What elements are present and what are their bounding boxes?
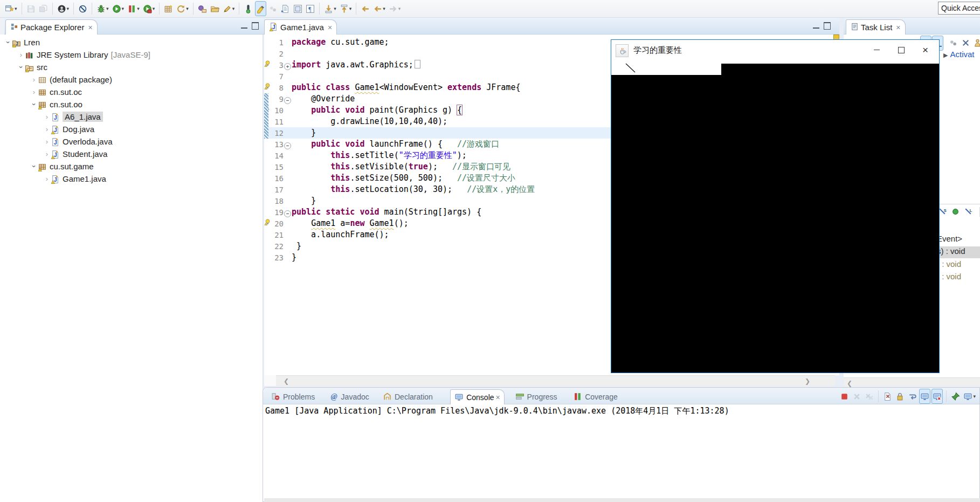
user-avatar-icon[interactable]: ▾ <box>56 2 71 16</box>
new-wizard-icon[interactable]: ▾ <box>4 2 18 16</box>
pin-console-icon[interactable] <box>950 389 961 403</box>
save-icon[interactable] <box>25 2 37 16</box>
tree-item-cu-sut-game[interactable]: ›cu.sut.game <box>30 160 94 173</box>
console-tab-progress[interactable]: Progress <box>512 389 561 404</box>
close-icon[interactable]: × <box>88 23 92 32</box>
person-icon[interactable] <box>972 36 980 50</box>
code-text[interactable]: import java.awt.Graphics; <box>292 59 420 71</box>
collapse-chevron-icon[interactable]: › <box>17 64 25 71</box>
update-project-icon[interactable]: ▾ <box>175 2 190 16</box>
tree-item-game1-java[interactable]: ›JGame1.java <box>43 173 106 185</box>
outline-item[interactable]: ) : void <box>937 259 980 271</box>
fold-expand-icon[interactable]: + <box>284 60 292 70</box>
fold-collapse-icon[interactable]: − <box>284 208 292 217</box>
show-on-stdout-icon[interactable] <box>919 389 930 404</box>
tree-item-dog-java[interactable]: ›JDog.java <box>43 123 94 135</box>
tree-item-student-java[interactable]: ›JStudent.java <box>43 148 107 160</box>
expand-chevron-icon[interactable]: › <box>43 175 51 183</box>
tree-item-overloda-java[interactable]: ›JOverloda.java <box>43 135 113 148</box>
green-dot-icon[interactable] <box>951 207 960 218</box>
remove-all-launches-icon[interactable] <box>864 389 875 403</box>
code-text[interactable]: this.setVisible(true); //显示窗口可见 <box>292 161 510 173</box>
collapse-chevron-icon[interactable]: › <box>30 101 38 108</box>
save-all-icon[interactable] <box>38 2 49 16</box>
code-text[interactable]: this.setLocation(30, 30); //设置x，y的位置 <box>292 184 535 195</box>
tab-task-list[interactable]: Task List × <box>846 19 906 35</box>
code-text[interactable]: package cu.sut.game; <box>292 37 389 48</box>
focus-dots-icon[interactable] <box>948 36 959 50</box>
word-wrap-icon[interactable] <box>907 389 918 403</box>
quick-access-input[interactable]: Quick Access <box>938 2 980 15</box>
scroll-lock-icon[interactable] <box>894 389 906 403</box>
new-file-pen-icon[interactable]: ▾ <box>222 2 236 16</box>
tree-item-src[interactable]: ›src <box>17 61 47 73</box>
console-horizontal-scrollbar[interactable] <box>264 498 980 502</box>
link-with-file-icon[interactable] <box>280 2 291 16</box>
code-text[interactable]: g.drawLine(10,10,40,40); <box>292 116 447 127</box>
minimize-view-icon[interactable] <box>241 22 247 29</box>
expand-chevron-icon[interactable]: › <box>43 113 51 121</box>
show-whitespace-icon[interactable]: ¶ <box>305 2 316 16</box>
debug-icon[interactable]: ▾ <box>95 2 110 16</box>
expand-arrow-icon[interactable]: ▶ <box>943 52 948 58</box>
outline-item[interactable]: Event> <box>937 234 980 246</box>
tab-game1-java[interactable]: J Game1.java × <box>264 19 337 35</box>
back-icon[interactable]: ▾ <box>372 2 387 16</box>
window-maximize-button[interactable] <box>889 42 913 58</box>
code-text[interactable]: public void launchFrame() { //游戏窗口 <box>292 139 499 150</box>
window-minimize-button[interactable] <box>865 42 889 58</box>
expand-chevron-icon[interactable]: › <box>43 150 51 158</box>
code-text[interactable]: } <box>292 127 316 139</box>
open-block-icon[interactable] <box>292 2 303 16</box>
tree-item-lren[interactable]: ›JLren <box>4 36 40 49</box>
code-text[interactable]: this.setSize(500, 500); //设置尺寸大小 <box>292 173 515 184</box>
console-tab-declaration[interactable]: Declaration <box>379 389 437 404</box>
collapse-chevron-icon[interactable]: › <box>4 39 12 46</box>
fold-collapse-icon[interactable]: − <box>284 94 292 104</box>
expand-chevron-icon[interactable]: › <box>43 125 51 133</box>
tree-item-a6-1-java[interactable]: ›JA6_1.java <box>43 111 103 123</box>
new-java-project-icon[interactable] <box>163 2 174 16</box>
console-tab-javadoc[interactable]: @Javadoc <box>326 389 373 404</box>
expand-chevron-icon[interactable]: › <box>17 51 25 59</box>
code-text[interactable]: public void paint(Graphics g) { <box>292 105 462 116</box>
expand-chevron-icon[interactable]: › <box>43 137 51 146</box>
fold-collapse-icon[interactable]: − <box>284 140 292 149</box>
clear-console-icon[interactable] <box>882 389 893 403</box>
expand-chevron-icon[interactable]: › <box>30 75 38 84</box>
mark-occurrences-icon[interactable] <box>255 1 266 16</box>
tab-package-explorer[interactable]: Package Explorer × <box>5 19 98 35</box>
editor-horizontal-scrollbar[interactable]: ❮ ❯ <box>276 375 835 387</box>
load-target-icon[interactable] <box>197 2 208 16</box>
open-type-torch-icon[interactable] <box>243 2 254 16</box>
run-icon[interactable]: ▾ <box>111 2 126 16</box>
maximize-view-icon[interactable] <box>252 22 259 30</box>
console-tab-coverage[interactable]: Coverage <box>569 389 622 404</box>
last-edit-location-icon[interactable] <box>360 2 371 16</box>
activate-link[interactable]: ▶Activat <box>943 50 974 59</box>
code-text[interactable]: Game1 a=new Game1(); <box>292 218 409 229</box>
outline-item[interactable]: s) : void <box>937 246 980 258</box>
console-tab-problems[interactable]: Problems <box>267 389 319 404</box>
smart-insert-icon[interactable] <box>267 2 279 16</box>
code-text[interactable]: a.launchFrame(); <box>292 229 389 240</box>
terminate-icon[interactable] <box>839 389 850 403</box>
coverage-icon[interactable]: ▾ <box>126 2 141 16</box>
scroll-left-icon[interactable]: ❮ <box>847 380 852 387</box>
prev-annotation-icon[interactable]: ▾ <box>339 2 353 16</box>
minimize-editor-icon[interactable] <box>813 22 819 29</box>
hide-x-icon[interactable] <box>960 36 971 50</box>
hide-l-icon[interactable]: L <box>964 207 973 218</box>
code-text[interactable]: } <box>292 195 316 207</box>
tree-item-cn-sut-oc[interactable]: ›cn.sut.oc <box>30 86 82 98</box>
skip-breakpoints-icon[interactable] <box>77 2 88 16</box>
close-icon[interactable]: × <box>896 23 900 32</box>
expand-chevron-icon[interactable]: › <box>30 88 38 96</box>
tasklist-horizontal-scrollbar[interactable]: ❮ <box>844 377 980 387</box>
code-text[interactable]: @Override <box>292 93 355 105</box>
code-text[interactable]: } <box>292 252 296 263</box>
show-on-stderr-icon[interactable] <box>931 389 943 404</box>
scroll-right-icon[interactable]: ❯ <box>805 377 810 385</box>
code-text[interactable]: this.setTitle("学习的重要性"); <box>292 150 467 161</box>
console-tab-console[interactable]: Console× <box>450 389 505 404</box>
